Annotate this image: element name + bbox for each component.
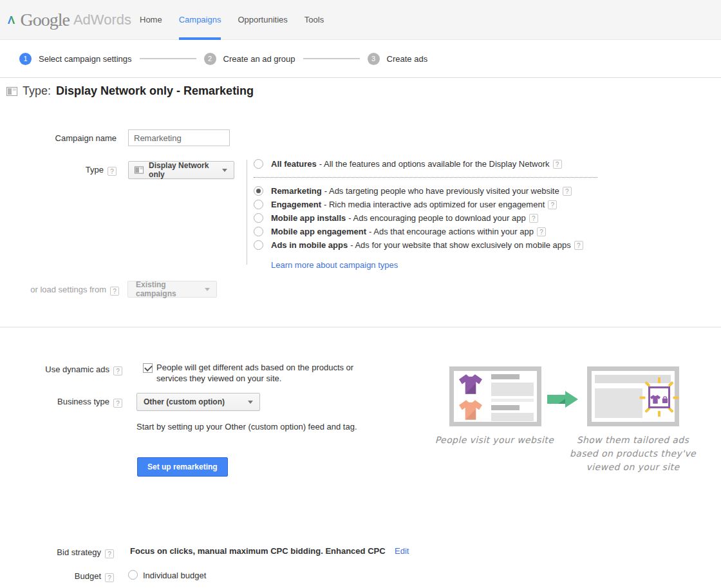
dynamic-ads-help-icon[interactable]: ? — [113, 366, 122, 375]
step-create-ads[interactable]: 3 Create ads — [368, 53, 428, 65]
sunburst-ray — [640, 397, 646, 399]
main-nav: Home Campaigns Opportunities Tools — [131, 0, 332, 39]
option-remarketing[interactable]: Remarketing - Ads targeting people who h… — [254, 186, 597, 196]
individual-budget-radio[interactable] — [128, 570, 138, 580]
budget-label: Budget — [75, 571, 101, 581]
bid-strategy-help-icon[interactable]: ? — [105, 549, 114, 558]
business-type-dropdown[interactable]: Other (custom option) — [136, 393, 260, 411]
radio-remarketing[interactable] — [254, 186, 263, 196]
step-3-label: Create ads — [387, 54, 428, 64]
campaign-type-dropdown-value: Display Network only — [149, 161, 222, 179]
wireframe-line — [491, 399, 534, 402]
options-vertical-divider — [247, 160, 247, 265]
business-type-label: Business type — [57, 397, 109, 406]
help-icon[interactable]: ? — [553, 160, 562, 169]
step-3-circle: 3 — [368, 53, 380, 65]
chevron-down-icon — [248, 401, 253, 404]
radio-ads-in-mobile-apps[interactable] — [254, 240, 263, 250]
wizard-steps-bar: 1 Select campaign settings 2 Create an a… — [0, 40, 721, 78]
adwords-a-icon — [8, 10, 15, 30]
step-select-campaign-settings[interactable]: 1 Select campaign settings — [19, 53, 132, 65]
option-desc: - Ads that encourage actions within your… — [369, 227, 534, 236]
individual-budget-label: Individual budget — [143, 571, 206, 580]
step-2-label: Create an ad group — [223, 54, 295, 64]
step-connector-line — [140, 58, 196, 59]
setup-hint-text: Start by setting up your Other (custom o… — [136, 422, 357, 432]
option-ads-in-mobile-apps[interactable]: Ads in mobile apps - Ads for your websit… — [254, 240, 597, 250]
campaign-type-dropdown[interactable]: Display Network only — [128, 161, 234, 179]
nav-item-tools[interactable]: Tools — [296, 0, 332, 39]
dynamic-ads-checkbox[interactable] — [143, 363, 153, 373]
sunburst-ray — [658, 411, 660, 417]
help-icon[interactable]: ? — [563, 187, 572, 196]
display-network-icon — [135, 166, 144, 174]
type-help-icon[interactable]: ? — [108, 167, 117, 176]
radio-mobile-app-engagement[interactable] — [254, 227, 263, 236]
type-label-row: Type? — [0, 165, 117, 176]
chevron-down-icon — [205, 288, 210, 291]
help-icon[interactable]: ? — [574, 241, 583, 250]
tiny-purple-tshirt-icon — [650, 395, 660, 404]
logo-adwords-text: AdWords — [73, 12, 131, 28]
options-dotted-separator — [254, 177, 597, 178]
business-type-label-row: Business type? — [0, 397, 122, 408]
purple-tshirt-icon — [459, 374, 482, 394]
campaign-name-label: Campaign name — [0, 133, 117, 143]
remarketing-ad-unit — [648, 386, 670, 408]
option-desc: - Ads for your website that show exclusi… — [350, 240, 571, 250]
option-title: Engagement — [271, 200, 321, 209]
logo-google-text: Google — [20, 10, 69, 30]
green-arrow-icon — [547, 391, 578, 408]
tiny-purple-bag-icon — [662, 395, 668, 404]
adwords-app: Google AdWords Home Campaigns Opportunit… — [0, 0, 721, 588]
wireframe-block — [491, 383, 534, 396]
option-mobile-app-installs[interactable]: Mobile app installs - Ads encouraging pe… — [254, 213, 597, 223]
chevron-down-icon — [222, 169, 227, 172]
campaign-name-input[interactable] — [128, 129, 230, 146]
bid-strategy-edit-link[interactable]: Edit — [395, 546, 409, 556]
dynamic-ads-label-row: Use dynamic ads? — [0, 365, 122, 375]
use-dynamic-ads-label: Use dynamic ads — [45, 365, 109, 374]
bid-strategy-value: Focus on clicks, manual maximum CPC bidd… — [130, 546, 386, 556]
wireframe-block — [491, 413, 534, 421]
top-navigation-bar: Google AdWords Home Campaigns Opportunit… — [0, 0, 721, 40]
option-all-features[interactable]: All features - All the features and opti… — [254, 159, 597, 169]
radio-all-features[interactable] — [254, 159, 263, 169]
option-mobile-app-engagement[interactable]: Mobile app engagement - Ads that encoura… — [254, 227, 597, 236]
wireframe-text-bar — [491, 405, 520, 410]
page-title-prefix: Type: — [23, 84, 51, 98]
google-adwords-logo[interactable]: Google AdWords — [8, 10, 131, 30]
option-desc: - Rich media interactive ads optimized f… — [324, 200, 545, 209]
bid-strategy-label: Bid strategy — [57, 547, 101, 557]
help-icon[interactable]: ? — [537, 227, 546, 236]
page-title-row: Type: Display Network only - Remarketing — [6, 84, 254, 98]
learn-more-link[interactable]: Learn more about campaign types — [271, 260, 398, 270]
load-settings-help-icon[interactable]: ? — [110, 287, 119, 296]
option-desc: - Ads targeting people who have previous… — [324, 186, 559, 196]
load-settings-label-row: or load settings from? — [0, 285, 119, 296]
step-create-ad-group[interactable]: 2 Create an ad group — [204, 53, 295, 65]
business-type-help-icon[interactable]: ? — [113, 399, 122, 408]
business-type-dropdown-value: Other (custom option) — [144, 397, 225, 406]
budget-help-icon[interactable]: ? — [105, 573, 114, 582]
help-icon[interactable]: ? — [529, 214, 538, 223]
radio-mobile-app-installs[interactable] — [254, 213, 263, 223]
step-1-label: Select campaign settings — [39, 54, 132, 64]
option-engagement[interactable]: Engagement - Rich media interactive ads … — [254, 200, 597, 209]
option-desc: - Ads encouraging people to download you… — [348, 213, 525, 223]
step-connector-line — [303, 58, 360, 59]
nav-item-campaigns[interactable]: Campaigns — [171, 0, 230, 39]
option-desc: - All the features and options available… — [319, 159, 550, 169]
nav-item-opportunities[interactable]: Opportunities — [229, 0, 295, 39]
step-1-circle: 1 — [19, 53, 32, 65]
setup-remarketing-button[interactable]: Set up remarketing — [137, 457, 228, 477]
page-title: Display Network only - Remarketing — [56, 84, 254, 98]
help-icon[interactable]: ? — [548, 200, 557, 209]
tailored-ads-illustration — [587, 366, 679, 426]
nav-item-home[interactable]: Home — [131, 0, 171, 39]
load-settings-label: or load settings from — [30, 285, 106, 294]
option-title: Mobile app engagement — [271, 227, 366, 236]
existing-campaigns-dropdown[interactable]: Existing campaigns — [127, 281, 217, 298]
option-title: Mobile app installs — [271, 213, 346, 223]
radio-engagement[interactable] — [254, 200, 263, 209]
